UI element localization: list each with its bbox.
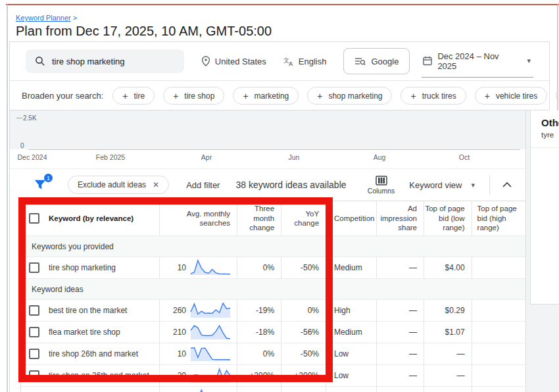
table-row: tire shop on 26th and market20+200%+200%… <box>21 365 526 387</box>
broaden-label: Broaden your search: <box>22 91 103 101</box>
filter-funnel-icon[interactable]: 1 <box>34 178 48 192</box>
broaden-chip-label: tire shop <box>184 91 214 101</box>
table-body: Keywords you providedtire shop marketing… <box>21 236 526 392</box>
cell-competition: Medium <box>326 257 376 278</box>
columns-button[interactable]: Columns <box>368 176 395 195</box>
plus-icon: + <box>317 91 322 101</box>
broaden-chip-tire-shop[interactable]: +tire shop <box>163 87 224 105</box>
broaden-search-bar: Broaden your search: +tire+tire shop+mar… <box>10 81 549 110</box>
cell-competition: High <box>326 300 376 321</box>
search-volume-chart: 2.5K <box>10 110 526 149</box>
columns-icon <box>376 176 387 185</box>
cell-ad-impression-share: — <box>376 365 424 386</box>
keyword-text: best tire on the market <box>49 306 127 315</box>
svg-text:A: A <box>289 61 293 66</box>
x-axis-label: Jun <box>289 153 300 161</box>
row-checkbox[interactable] <box>29 262 39 273</box>
plus-icon: + <box>173 91 178 101</box>
close-icon[interactable]: ✕ <box>153 180 159 189</box>
broaden-chip-label: shop marketing <box>328 91 382 101</box>
network-selector[interactable]: Google <box>343 48 410 74</box>
cell-keyword: best tire on the market <box>21 300 159 321</box>
cell-ad-impression-share: — <box>376 322 424 343</box>
row-checkbox[interactable] <box>29 370 39 381</box>
header-three-month-change[interactable]: Three month change <box>237 201 281 235</box>
header-ad-impression-share[interactable]: Ad impression share <box>376 201 424 235</box>
keyword-text: tire shop 26th and market <box>49 349 138 358</box>
section-label: Keyword ideas <box>32 285 84 294</box>
table-row <box>21 387 526 392</box>
header-yoy-change[interactable]: YoY change <box>281 201 326 235</box>
table-header-row: Keyword (by relevance) Avg. monthly sear… <box>21 201 526 236</box>
plus-icon: + <box>243 91 248 101</box>
exclude-adult-ideas-chip[interactable]: Exclude adult ideas ✕ <box>68 176 169 194</box>
broaden-chip-shop-marketing[interactable]: +shop marketing <box>307 87 392 105</box>
cell-three-month-change: 0% <box>237 257 281 278</box>
keyword-text: tire shop on 26th and market <box>49 371 149 380</box>
header-top-of-page-bid-low[interactable]: Top of page bid (low range) <box>424 201 472 235</box>
cell-top-of-page-bid-low: — <box>424 343 472 364</box>
broaden-chip-car-tires[interactable]: +car tires <box>556 87 559 105</box>
header-keyword[interactable]: Keyword (by relevance) <box>21 201 159 235</box>
cell-top-of-page-bid-low-value: — <box>457 371 465 380</box>
cell-three-month-change-value: 0% <box>263 263 274 272</box>
divider <box>489 175 490 195</box>
location-selector[interactable]: United States <box>201 56 266 66</box>
section-label: Keywords you provided <box>32 242 114 251</box>
broaden-chip-marketing[interactable]: +marketing <box>233 87 299 105</box>
cell-yoy-change <box>281 387 326 392</box>
cell-top-of-page-bid-high <box>472 343 526 364</box>
breadcrumb: Keyword Planner > <box>16 14 77 22</box>
x-axis-label: Oct <box>459 153 470 161</box>
cell-yoy-change-value: +200% <box>294 371 319 380</box>
trend-sparkline <box>190 389 231 392</box>
x-axis-labels: Dec 2024Feb 2025AprJunAugOct <box>10 153 526 162</box>
cell-top-of-page-bid-high <box>472 257 526 278</box>
keyword-text: tire shop marketing <box>49 263 116 272</box>
avg-value: 10 <box>178 263 186 272</box>
plus-icon: + <box>122 91 128 101</box>
x-axis-label: Aug <box>374 153 386 161</box>
header-top-of-page-bid-high[interactable]: Top of page bid (high range) <box>472 201 526 235</box>
cell-keyword: tire shop on 26th and market <box>21 365 159 386</box>
broaden-chip-truck-tires[interactable]: +truck tires <box>401 87 466 105</box>
collapse-panel-button[interactable] <box>502 182 512 188</box>
cell-yoy-change: +200% <box>281 365 326 386</box>
broaden-chips: +tire+tire shop+marketing+shop marketing… <box>112 87 559 105</box>
header-avg-monthly-searches[interactable]: Avg. monthly searches <box>159 201 237 235</box>
cell-yoy-change-value: -56% <box>301 328 319 337</box>
select-all-checkbox[interactable] <box>29 213 39 224</box>
search-icon <box>35 56 45 66</box>
view-label: Keyword view <box>409 180 462 190</box>
row-checkbox[interactable] <box>29 349 39 359</box>
y-axis-tick-zero: 0 <box>20 142 24 149</box>
network-value: Google <box>371 57 399 66</box>
row-checkbox[interactable] <box>29 327 39 337</box>
cell-three-month-change: +200% <box>237 365 281 386</box>
add-filter-button[interactable]: Add filter <box>186 180 220 190</box>
cell-competition-value: High <box>334 306 351 315</box>
cell-yoy-change: -50% <box>281 257 326 278</box>
breadcrumb-link[interactable]: Keyword Planner <box>16 14 71 22</box>
broaden-chip-vehicle-tires[interactable]: +vehicle tires <box>475 87 548 105</box>
header-competition[interactable]: Competition <box>326 201 376 235</box>
cell-avg-monthly-searches: 10 <box>159 257 237 278</box>
keyword-view-dropdown[interactable]: Keyword view ▾ <box>409 180 475 190</box>
keyword-search-input[interactable]: tire shop marketing <box>26 49 184 73</box>
cell-top-of-page-bid-high <box>472 300 526 321</box>
cell-keyword <box>21 387 159 392</box>
panel-keyword-item[interactable]: tyre <box>541 131 559 139</box>
cell-three-month-change-value: 0% <box>263 349 274 358</box>
broaden-chip-tire[interactable]: +tire <box>112 87 155 105</box>
table-row: flea market tire shop210-18%-56%Medium—$… <box>21 322 526 343</box>
avg-value: 260 <box>173 306 186 315</box>
keyword-text: flea market tire shop <box>49 328 120 337</box>
cell-top-of-page-bid-low: $1.07 <box>424 322 472 343</box>
cell-top-of-page-bid-high <box>472 387 526 392</box>
saved-keywords-panel: Other tyre <box>530 110 559 305</box>
row-checkbox[interactable] <box>29 305 39 316</box>
cell-competition: Low <box>326 343 376 364</box>
columns-label: Columns <box>368 187 395 195</box>
language-selector[interactable]: 文A English <box>283 57 327 66</box>
date-range-selector[interactable]: Dec 2024 – Nov 2025 ▾ <box>422 45 533 78</box>
